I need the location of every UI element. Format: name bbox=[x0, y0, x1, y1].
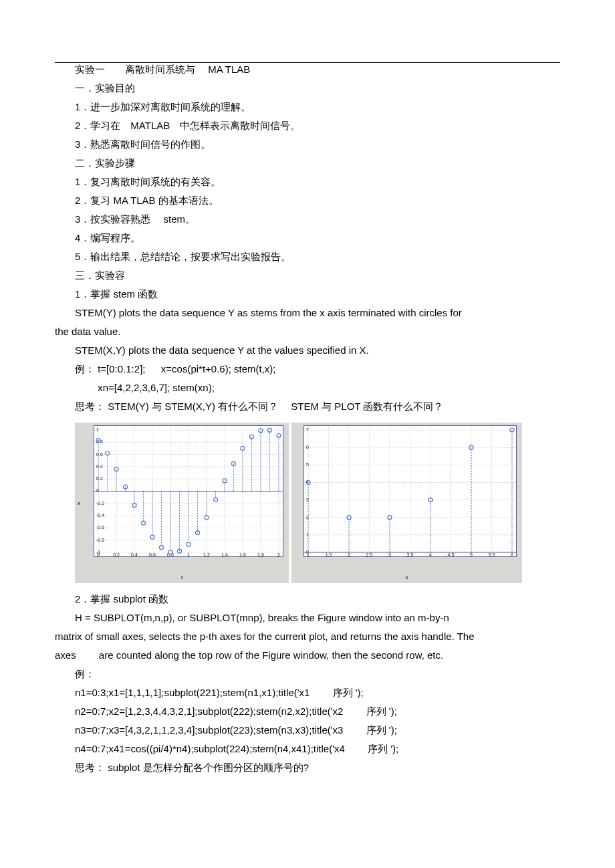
stem-desc-line1: STEM(Y) plots the data sequence Y as ste… bbox=[55, 304, 560, 322]
subplot-desc-c: axes are counted along the top row of th… bbox=[55, 646, 560, 665]
ex2-line-3: n3=0:7;x3=[4,3,2,1,1,2,3,4];subplot(223)… bbox=[55, 721, 560, 740]
svg-text:1.2: 1.2 bbox=[203, 552, 210, 556]
svg-text:2: 2 bbox=[348, 552, 350, 556]
svg-text:4.5: 4.5 bbox=[448, 552, 455, 556]
s2-item-4: 4．编写程序。 bbox=[55, 229, 560, 247]
svg-text:7: 7 bbox=[306, 427, 309, 432]
svg-text:1: 1 bbox=[187, 552, 190, 556]
s1-item-1: 1．进一步加深对离散时间系统的理解。 bbox=[55, 98, 560, 116]
svg-text:-0.6: -0.6 bbox=[96, 525, 104, 530]
header-rule bbox=[55, 62, 560, 63]
ex2-line-2: n2=0:7;x2=[1,2,3,4,4,3,2,1];subplot(222)… bbox=[55, 702, 560, 721]
stem-desc-line2: the data value. bbox=[55, 322, 560, 341]
section-2-heading: 二．实验步骤 bbox=[55, 154, 560, 173]
svg-text:0.6: 0.6 bbox=[96, 452, 103, 457]
svg-text:0.4: 0.4 bbox=[96, 464, 103, 469]
svg-text:0.2: 0.2 bbox=[113, 552, 120, 556]
s3-stem-heading: 1．掌握 stem 函数 bbox=[55, 285, 560, 304]
chart-2-figure: 11.522.533.544.555.5601234567 x bbox=[291, 423, 522, 583]
example2-heading: 例： bbox=[55, 665, 560, 683]
s2-item-3: 3．按实验容熟悉 stem。 bbox=[55, 210, 560, 229]
chart-1-axes: 00.20.40.60.811.21.41.61.82-1-0.8-0.6-0.… bbox=[94, 425, 283, 557]
ex2-line-4: n4=0:7;x41=cos((pi/4)*n4);subplot(224);s… bbox=[55, 740, 560, 758]
chart-row: x 00.20.40.60.811.21.41.61.82-1-0.8-0.6-… bbox=[75, 423, 560, 583]
svg-text:5.5: 5.5 bbox=[489, 552, 495, 556]
svg-text:-0.2: -0.2 bbox=[96, 501, 104, 506]
svg-text:6: 6 bbox=[511, 552, 513, 556]
example1-line2: xn=[4,2,2,3,6,7]; stem(xn); bbox=[55, 378, 560, 397]
svg-text:-0.8: -0.8 bbox=[96, 538, 104, 542]
svg-text:0.6: 0.6 bbox=[149, 552, 156, 556]
s2-item-5: 5．输出结果，总结结论，按要求写出实验报告。 bbox=[55, 247, 560, 266]
subplot-desc-b: matrix of small axes, selects the p-th a… bbox=[55, 627, 560, 646]
svg-text:4: 4 bbox=[429, 552, 432, 556]
svg-text:2: 2 bbox=[277, 552, 280, 556]
s2-item-1: 1．复习离散时间系统的有关容。 bbox=[55, 173, 560, 191]
s1-item-3: 3．熟悉离散时间信号的作图。 bbox=[55, 135, 560, 154]
stem-desc-line3: STEM(X,Y) plots the data sequence Y at t… bbox=[55, 341, 560, 360]
svg-text:0.4: 0.4 bbox=[131, 552, 138, 556]
section-3-heading: 三．实验容 bbox=[55, 266, 560, 285]
svg-text:1.8: 1.8 bbox=[257, 552, 264, 556]
s3-subplot-heading: 2．掌握 subplot 函数 bbox=[55, 590, 560, 609]
svg-text:1.4: 1.4 bbox=[221, 552, 228, 556]
svg-text:-0.4: -0.4 bbox=[96, 513, 104, 518]
s2-item-2: 2．复习 MA TLAB 的基本语法。 bbox=[55, 191, 560, 210]
chart-2-xlabel: x bbox=[406, 574, 408, 580]
ex2-line-1: n1=0:3;x1=[1,1,1,1];subplot(221);stem(n1… bbox=[55, 683, 560, 702]
subplot-desc-a: H = SUBPLOT(m,n,p), or SUBPLOT(mnp), bre… bbox=[55, 609, 560, 627]
think-line-2: 思考： subplot 是怎样分配各个作图分区的顺序号的? bbox=[55, 758, 560, 777]
chart-1-ylabel: x bbox=[78, 500, 80, 506]
svg-text:3: 3 bbox=[388, 552, 391, 556]
svg-text:6: 6 bbox=[306, 445, 309, 449]
svg-text:5: 5 bbox=[306, 462, 309, 467]
think-line-1: 思考： STEM(Y) 与 STEM(X,Y) 有什么不同？ STEM 与 PL… bbox=[55, 397, 560, 416]
page: 实验一 离散时间系统与 MA TLAB 一．实验目的 1．进一步加深对离散时间系… bbox=[0, 0, 615, 804]
svg-text:5: 5 bbox=[470, 552, 473, 556]
s1-item-2: 2．学习在 MATLAB 中怎样表示离散时间信号。 bbox=[55, 116, 560, 135]
chart-1-xlabel: t bbox=[181, 574, 182, 580]
svg-text:1.5: 1.5 bbox=[326, 552, 332, 556]
example1-line1: 例： t=[0:0.1:2]; x=cos(pi*t+0.6); stem(t,… bbox=[55, 360, 560, 378]
section-1-heading: 一．实验目的 bbox=[55, 79, 560, 98]
experiment-title: 实验一 离散时间系统与 MA TLAB bbox=[55, 60, 560, 79]
svg-text:2.5: 2.5 bbox=[366, 552, 373, 556]
svg-text:3.5: 3.5 bbox=[407, 552, 414, 556]
svg-text:1: 1 bbox=[96, 427, 99, 432]
svg-text:0.2: 0.2 bbox=[96, 476, 103, 481]
chart-1-figure: x 00.20.40.60.811.21.41.61.82-1-0.8-0.6-… bbox=[75, 423, 289, 583]
svg-text:-1: -1 bbox=[96, 550, 100, 554]
chart-2-axes: 11.522.533.544.555.5601234567 bbox=[303, 425, 517, 557]
svg-text:1.6: 1.6 bbox=[239, 552, 246, 556]
